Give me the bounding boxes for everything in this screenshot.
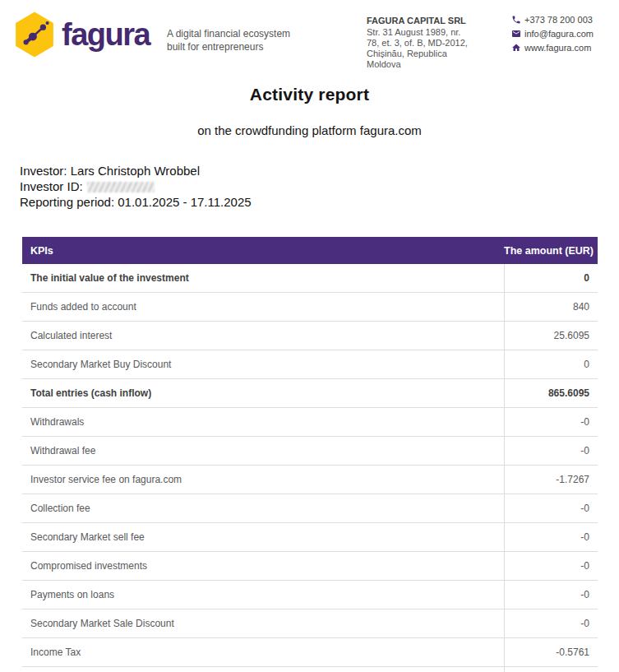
website-line: www.fagura.com: [511, 43, 594, 53]
envelope-icon: [511, 29, 521, 39]
table-row: Total entries (cash inflow) 865.6095: [22, 379, 598, 408]
table-row: Secondary Market sell fee -0: [22, 523, 598, 552]
phone-icon: [511, 15, 521, 25]
investor-id-label: Investor ID:: [20, 179, 83, 193]
table-row: Collection fee -0: [22, 494, 598, 523]
kpi-label: Secondary Market Buy Discount: [22, 350, 504, 378]
investor-id-line: Investor ID:: [20, 178, 252, 194]
kpi-label: The initial value of the investment: [22, 264, 504, 292]
kpi-table-header: KPIs The amount (EUR): [22, 237, 598, 264]
redacted-investor-id: [87, 182, 155, 192]
kpi-label: Withdrawals: [22, 408, 504, 436]
kpi-value: 840: [504, 293, 598, 321]
kpi-table-body: The initial value of the investment 0 Fu…: [22, 264, 598, 667]
activity-report-page: fagura A digital financial ecosystem bui…: [0, 0, 619, 672]
email-line: info@fagura.com: [511, 29, 594, 39]
phone-line: +373 78 200 003: [511, 15, 594, 25]
kpi-label: Total entries (cash inflow): [22, 379, 504, 407]
contact-info: +373 78 200 003 info@fagura.com www.fagu…: [511, 15, 594, 57]
kpi-label: Payments on loans: [22, 581, 504, 609]
table-row: Payments on loans -0: [22, 581, 598, 609]
company-address-line: 78, et. 3, of. B, MD-2012,: [367, 38, 508, 49]
table-row: Income Tax -0.5761: [22, 638, 598, 667]
website-link[interactable]: www.fagura.com: [524, 43, 591, 53]
investor-block: Investor: Lars Christoph Wrobbel Investo…: [20, 163, 252, 210]
kpi-value: -1.7267: [504, 466, 598, 494]
company-address-line: Str. 31 August 1989, nr.: [367, 27, 508, 38]
kpi-value: 865.6095: [504, 379, 598, 407]
kpi-value: -0: [504, 552, 598, 580]
company-address-line: Chișinău, Republica: [367, 49, 508, 59]
kpi-value: 0: [504, 264, 598, 292]
email-link[interactable]: info@fagura.com: [524, 29, 594, 39]
kpi-label: Compromised investments: [22, 552, 504, 580]
table-row: Funds added to account 840: [22, 293, 598, 322]
table-row: Secondary Market Buy Discount 0: [22, 350, 598, 379]
home-icon: [511, 43, 521, 53]
phone-number: +373 78 200 003: [524, 15, 593, 25]
kpi-value: -0: [504, 437, 598, 465]
fagura-wordmark: fagura: [62, 11, 150, 58]
table-row: The initial value of the investment 0: [22, 264, 598, 293]
brand-tagline: A digital financial ecosystem built for …: [167, 27, 298, 53]
kpi-label: Funds added to account: [22, 293, 504, 321]
kpi-value: -0: [504, 609, 598, 637]
kpi-value: 0: [504, 350, 598, 378]
table-row: Withdrawal fee -0: [22, 437, 598, 466]
table-row: Secondary Market Sale Discount -0: [22, 609, 598, 638]
table-row: Compromised investments -0: [22, 552, 598, 581]
kpi-label: Investor service fee on fagura.com: [22, 466, 504, 494]
kpi-value: -0: [504, 523, 598, 551]
company-name: FAGURA CAPITAL SRL: [367, 16, 508, 26]
report-header: fagura A digital financial ecosystem bui…: [0, 0, 619, 79]
table-row: Withdrawals -0: [22, 408, 598, 437]
amount-column-header: The amount (EUR): [504, 245, 598, 257]
table-row: Calculated interest 25.6095: [22, 322, 598, 350]
kpi-value: -0.5761: [504, 638, 598, 666]
investor-name-line: Investor: Lars Christoph Wrobbel: [20, 163, 252, 178]
kpi-label: Secondary Market Sale Discount: [22, 609, 504, 637]
kpi-label: Collection fee: [22, 494, 504, 522]
kpi-value: -0: [504, 408, 598, 436]
page-subtitle: on the crowdfunding platform fagura.com: [0, 123, 619, 137]
company-address-line: Moldova: [367, 59, 508, 70]
fagura-hexagon-icon: [13, 11, 56, 58]
kpi-value: 25.6095: [504, 322, 598, 350]
kpi-value: -0: [504, 581, 598, 609]
kpi-column-header: KPIs: [22, 245, 504, 257]
kpi-label: Income Tax: [22, 638, 504, 666]
kpi-label: Withdrawal fee: [22, 437, 504, 465]
kpi-value: -0: [504, 494, 598, 522]
page-title: Activity report: [0, 85, 619, 104]
company-info: FAGURA CAPITAL SRL Str. 31 August 1989, …: [367, 16, 508, 70]
kpi-label: Calculated interest: [22, 322, 504, 350]
table-row-cutoff: [22, 667, 598, 672]
table-row: Investor service fee on fagura.com -1.72…: [22, 466, 598, 494]
kpi-label: Secondary Market sell fee: [22, 523, 504, 551]
fagura-logo: fagura: [13, 11, 150, 58]
reporting-period-line: Reporting period: 01.01.2025 - 17.11.202…: [20, 194, 252, 210]
kpi-table: KPIs The amount (EUR) The initial value …: [22, 237, 598, 672]
